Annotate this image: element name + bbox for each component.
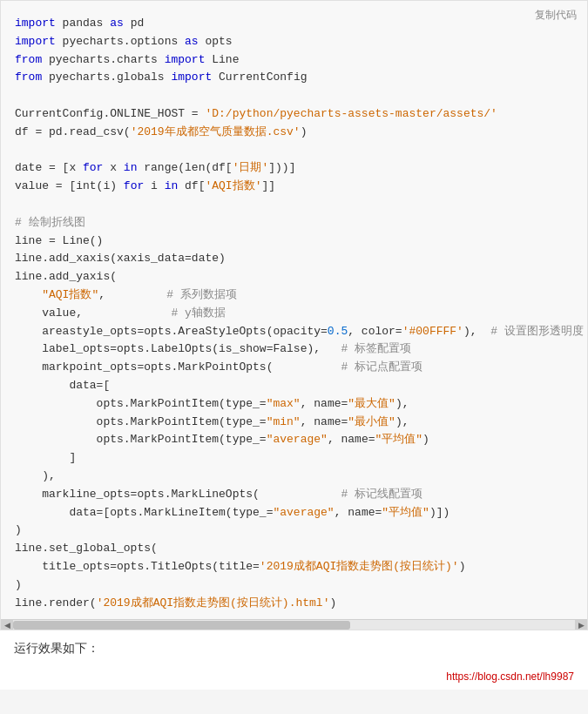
page-container: 复制代码 import pandas as pd import pyechart… [0, 0, 588, 690]
scrollbar-thumb[interactable] [13, 621, 350, 630]
scroll-left-arrow[interactable]: ◀ [1, 620, 13, 630]
csdn-watermark: https://blog.csdn.net/lh9987 [0, 667, 588, 690]
horizontal-scrollbar[interactable]: ◀ ▶ [1, 619, 587, 630]
run-result-label: 运行效果如下： [14, 641, 574, 657]
code-scroll-container[interactable]: import pandas as pd import pyecharts.opt… [1, 1, 587, 619]
bottom-section: 运行效果如下： [0, 630, 588, 667]
scrollbar-inner [13, 620, 575, 630]
copy-code-button[interactable]: 复制代码 [531, 6, 580, 24]
scroll-right-arrow[interactable]: ▶ [575, 620, 587, 630]
code-content: import pandas as pd import pyecharts.opt… [1, 1, 587, 619]
code-block-wrapper: 复制代码 import pandas as pd import pyechart… [0, 0, 588, 630]
